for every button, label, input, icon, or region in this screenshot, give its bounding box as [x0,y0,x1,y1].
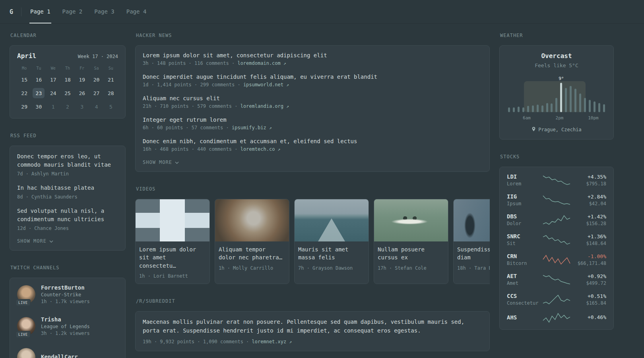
tab-page-3[interactable]: Page 3 [93,0,115,23]
video-card[interactable]: Suspendisse congue diam 18h · Tara Bell [453,199,490,284]
stock-row: AHS +0.46% [507,313,606,323]
calendar-day: 20 [91,74,103,85]
hn-domain-link[interactable]: loremtech.co ↗ [241,146,281,152]
section-title-subreddit: /R/SUBREDDIT [136,298,489,304]
twitch-channel-row[interactable]: LIVE KendallCarr [17,348,118,358]
twitch-channel-viewers: 3h · 1.2k viewers [41,331,90,336]
hn-item-title[interactable]: Integer eget rutrum lorem [143,117,482,123]
chevron-down-icon [49,238,53,244]
weather-bar [574,89,576,112]
twitch-channel-name: ForrestBurton [41,284,90,291]
tab-page-2[interactable]: Page 2 [62,0,83,23]
rss-item: Donec tempor eros leo, ut commodo mauris… [17,152,118,177]
weather-bar [541,105,543,112]
rss-item-title[interactable]: In hac habitasse platea [17,184,118,192]
section-title-twitch: TWITCH CHANNELS [10,265,125,270]
subreddit-post-title[interactable]: Maecenas mollis pulvinar erat non posuer… [143,319,464,334]
stock-symbol: SNRC [507,233,542,239]
stock-chart [542,195,571,205]
hn-domain-link[interactable]: ipsumify.biz ↗ [232,125,272,130]
video-meta: 17h · Stefan Cole [378,265,444,271]
subreddit-meta-text: 19h · 9,932 points · 1,090 comments · [143,339,249,344]
calendar-day: 17 [47,74,59,85]
stock-change: +4.35% [571,174,606,180]
hn-domain: ipsumworld.net [243,82,283,88]
rss-widget: Donec tempor eros leo, ut commodo mauris… [10,146,126,251]
stock-values: +4.35% $795.18 [571,174,606,187]
stock-chart [542,294,571,305]
rss-item: Sed volutpat nulla nisl, a condimentum n… [17,207,118,231]
subreddit-domain-link[interactable]: loremnet.xyz ↗ [252,339,292,344]
hn-item-meta: 21h · 710 points · 579 comments · loreml… [143,103,482,109]
calendar-day-selected: 23 [33,88,45,98]
calendar-day: 27 [91,88,103,98]
stock-sparkline [542,175,571,185]
stock-info: DBS Dolor [507,213,542,226]
weather-bar [532,105,534,112]
tab-page-1[interactable]: Page 1 [29,0,51,23]
video-card[interactable]: Nullam posuere cursus ex 17h · Stefan Co… [374,199,448,284]
stocks-widget: LDI Lorem +4.35% $795.18 IIG Ipsum [499,167,614,330]
section-title-calendar: CALENDAR [10,33,125,38]
calendar-weekday: Tu [36,66,41,70]
twitch-channel-name: Trisha [41,316,90,323]
hn-domain-link[interactable]: ipsumworld.net ↗ [243,82,289,88]
stock-sparkline [542,215,571,225]
weather-feels-like: Feels like 5°C [507,62,606,68]
video-card[interactable]: Aliquam tempor dolor nec pharetra… 1h · … [215,199,289,284]
stock-chart [542,274,571,285]
hn-show-more-button[interactable]: SHOW MORE [143,160,179,165]
video-title: Suspendisse congue diam [457,245,490,262]
weather-bar [565,88,567,112]
stock-price: $165.84 [571,300,606,306]
video-title: Lorem ipsum dolor sit amet consectetu… [139,245,206,270]
calendar-weekday: Sa [94,66,99,70]
live-badge: LIVE [16,299,31,306]
hn-item-title[interactable]: Donec imperdiet augue tincidunt felis al… [143,74,482,80]
main-grid: CALENDAR April Week 17 · 2024 MoTuWeThFr… [0,24,644,358]
stock-price: $42.04 [571,201,606,206]
rss-show-more-button[interactable]: SHOW MORE [17,238,53,244]
stock-sparkline [542,235,571,245]
hn-meta-text: 3h · 148 points · 116 comments · [143,60,235,66]
hn-item-title[interactable]: Aliquam nec cursus elit [143,95,482,101]
hn-domain-link[interactable]: loremdomain.com ↗ [237,60,286,66]
stock-info: AHS [507,314,542,322]
video-card[interactable]: Lorem ipsum dolor sit amet consectetu… 1… [135,199,210,284]
twitch-channel-row[interactable]: LIVE ForrestBurton Counter-Strike 1h · 1… [17,284,118,304]
weather-chart: 9° [507,75,606,112]
rss-item-title[interactable]: Sed volutpat nulla nisl, a condimentum n… [17,207,118,224]
rss-item-meta: 12d · Chance Jones [17,226,118,231]
calendar-day: 2 [62,101,74,112]
stock-row: DBS Dolor +1.42% $156.28 [507,213,606,226]
rss-item: In hac habitasse platea 8d · Cynthia Sau… [17,184,118,200]
rss-item-title[interactable]: Donec tempor eros leo, ut commodo mauris… [17,152,118,169]
hn-item: Donec imperdiet augue tincidunt felis al… [143,74,482,88]
topbar-divider [21,8,21,16]
stock-change: +0.51% [571,293,606,299]
video-body: Lorem ipsum dolor sit amet consectetu… 1… [136,241,209,284]
weather-bar [522,107,524,112]
stock-change: +1.36% [571,233,606,239]
chevron-down-icon [175,160,179,165]
hn-item-title[interactable]: Donec enim nibh, condimentum et accumsan… [143,138,482,144]
avatar: LIVE [17,348,35,358]
calendar-widget: April Week 17 · 2024 MoTuWeThFrSaSu 1516… [10,45,126,119]
stock-price: $795.18 [571,181,606,187]
video-card[interactable]: Mauris sit amet massa felis 7h · Grayson… [294,199,369,284]
stock-chart [542,255,571,265]
rss-section: RSS FEED Donec tempor eros leo, ut commo… [10,133,126,251]
twitch-channel-row[interactable]: LIVE Trisha League of Legends 3h · 1.2k … [17,316,118,336]
tab-page-4[interactable]: Page 4 [126,0,147,23]
calendar-weekday: We [51,66,56,70]
weather-bar [513,107,515,112]
hn-item-title[interactable]: Lorem ipsum dolor sit amet, consectetur … [143,52,482,58]
section-title-weather: WEATHER [500,33,613,38]
external-link-icon: ↗ [283,61,286,66]
hn-domain-link[interactable]: loremlandia.org ↗ [241,103,289,109]
stock-symbol: AHS [507,314,542,321]
calendar-header: April Week 17 · 2024 [17,52,118,60]
stock-values: +2.84% $42.04 [571,194,606,206]
calendar-day: 30 [33,101,45,112]
weather-bar [551,103,553,112]
